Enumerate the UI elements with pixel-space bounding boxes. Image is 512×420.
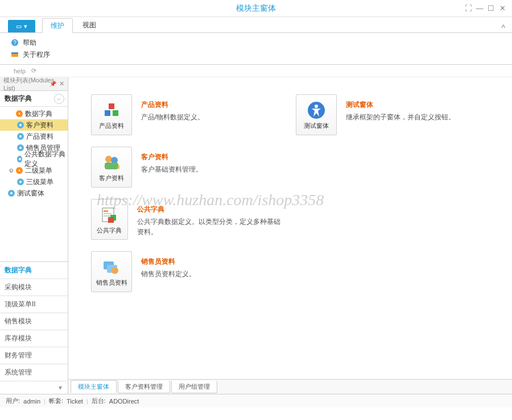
maximize-icon[interactable]: ☐ xyxy=(486,3,496,14)
tile: 测试窗体测试窗体继承框架的子窗体，并自定义按钮。 xyxy=(296,94,489,135)
tree-node[interactable]: 产品资料 xyxy=(0,131,68,142)
svg-rect-4 xyxy=(105,110,110,116)
svg-point-9 xyxy=(105,156,112,163)
tile xyxy=(296,199,489,240)
tiles: 产品资料产品资料产品/物料数据定义。测试窗体测试窗体继承框架的子窗体，并自定义按… xyxy=(91,94,489,292)
category-item[interactable]: 采购模块 xyxy=(0,279,68,296)
tree: 数据字典客户资料产品资料销售员管理公共数据字典定义⊙二级菜单三级菜单测试窗体 xyxy=(0,107,68,261)
tile-button-sales[interactable]: 销售员资料 xyxy=(91,251,132,292)
main-area: 产品资料产品资料产品/物料数据定义。测试窗体测试窗体继承框架的子窗体，并自定义按… xyxy=(68,77,512,394)
doc-tab[interactable]: 模块主窗体 xyxy=(71,380,117,393)
tile: 产品资料产品资料产品/物料数据定义。 xyxy=(91,94,284,135)
about-label: 关于程序 xyxy=(23,50,50,60)
quick-help-label[interactable]: help xyxy=(14,68,26,74)
tile-button-dict[interactable]: 公共字典 xyxy=(91,199,128,240)
svg-rect-14 xyxy=(104,210,108,212)
close-icon[interactable]: ✕ xyxy=(497,3,507,14)
tile: 公共字典公共字典公共字典数据定义。以类型分类，定义多种基础资料。 xyxy=(91,199,284,240)
svg-rect-16 xyxy=(104,215,112,217)
content: 产品资料产品资料产品/物料数据定义。测试窗体测试窗体继承框架的子窗体，并自定义按… xyxy=(68,77,512,379)
tile-desc: 继承框架的子窗体，并自定义按钮。 xyxy=(346,112,455,122)
tile: 销售员资料销售员资料销售员资料定义。 xyxy=(91,251,284,292)
dict-icon xyxy=(99,205,119,225)
folder-icon xyxy=(16,167,23,174)
expand-icon[interactable]: ⊙ xyxy=(8,167,15,174)
document-tabs: 模块主窗体客户资料管理用户组管理 xyxy=(68,379,512,394)
category-item[interactable]: 顶级菜单II xyxy=(0,296,68,313)
restore-icon[interactable]: ⛶ xyxy=(463,3,473,14)
minimize-icon[interactable]: — xyxy=(474,3,485,14)
status-account-label: 帐套: xyxy=(49,397,63,405)
svg-rect-3 xyxy=(11,52,18,54)
status-account-value: Ticket xyxy=(67,398,83,405)
tile-button-accessibility[interactable]: 测试窗体 xyxy=(296,94,337,135)
tile-button-label: 公共字典 xyxy=(97,226,122,235)
tree-label: 测试窗体 xyxy=(17,189,44,198)
tree-node[interactable]: 数据字典 xyxy=(0,108,68,119)
tile-button-label: 销售员资料 xyxy=(96,278,127,287)
category-item[interactable]: 财务管理 xyxy=(0,347,68,364)
sidebar-close-icon[interactable]: ✕ xyxy=(59,80,64,88)
tile xyxy=(296,147,489,188)
tree-label: 产品资料 xyxy=(26,132,53,142)
pin-icon[interactable]: 📌 xyxy=(49,81,56,87)
tile-button-cubes[interactable]: 产品资料 xyxy=(91,94,132,135)
item-icon xyxy=(17,144,24,151)
ribbon-tab-view[interactable]: 视图 xyxy=(74,18,105,32)
status-backend-label: 后台: xyxy=(92,397,106,405)
status-backend-value: ADODirect xyxy=(109,398,139,405)
svg-rect-15 xyxy=(104,213,112,214)
item-icon xyxy=(8,190,15,197)
tile-text: 销售员资料销售员资料定义。 xyxy=(141,251,196,279)
tile-desc: 销售员资料定义。 xyxy=(141,269,196,279)
tree-node[interactable]: 公共数据字典定义 xyxy=(0,153,68,165)
ribbon-tabs: ▭ ▾ 维护 视图 ^ xyxy=(0,17,512,33)
tile: 客户资料客户资料客户基础资料管理。 xyxy=(91,147,284,188)
tree-node[interactable]: 测试窗体 xyxy=(0,188,68,199)
workspace: 模块列表(Modules List) 📌 ✕ 数据字典 ← 数据字典客户资料产品… xyxy=(0,77,512,394)
item-icon xyxy=(17,156,22,163)
tile-button-users[interactable]: 客户资料 xyxy=(91,147,132,188)
category-header: 数据字典 ← xyxy=(0,91,68,107)
refresh-icon[interactable]: ⟳ xyxy=(31,67,36,74)
tree-label: 二级菜单 xyxy=(25,166,52,176)
folder-icon xyxy=(16,110,23,117)
status-bar: 用户:admin | 帐套:Ticket | 后台:ADODirect xyxy=(0,394,512,407)
accessibility-icon xyxy=(306,100,327,120)
tree-node[interactable]: 客户资料 xyxy=(0,119,68,131)
tree-label: 三级菜单 xyxy=(26,177,53,187)
svg-rect-11 xyxy=(105,163,118,169)
expand-icon[interactable] xyxy=(8,110,15,117)
tile-title: 产品资料 xyxy=(141,100,204,110)
ribbon-tab-maintain[interactable]: 维护 xyxy=(42,18,73,33)
category-item[interactable]: 数据字典 xyxy=(0,262,68,279)
doc-tab[interactable]: 用户组管理 xyxy=(171,381,217,393)
app-menu-button[interactable]: ▭ ▾ xyxy=(8,20,35,32)
collapse-ribbon-icon[interactable]: ^ xyxy=(501,23,505,32)
tile-title: 公共字典 xyxy=(137,205,284,214)
svg-rect-6 xyxy=(109,103,114,109)
tile-text: 测试窗体继承框架的子窗体，并自定义按钮。 xyxy=(346,94,455,122)
tree-node[interactable]: 三级菜单 xyxy=(0,176,68,188)
back-icon[interactable]: ← xyxy=(54,94,64,104)
doc-tab[interactable]: 客户资料管理 xyxy=(118,381,170,393)
tile-button-label: 测试窗体 xyxy=(304,122,329,130)
ribbon-body: ? 帮助 关于程序 xyxy=(0,33,512,65)
cubes-icon xyxy=(101,100,122,120)
category-more[interactable]: ▾ xyxy=(0,381,68,394)
tile-text: 客户资料客户基础资料管理。 xyxy=(141,147,203,174)
tile-button-label: 产品资料 xyxy=(99,122,124,130)
tile-desc: 产品/物料数据定义。 xyxy=(141,112,204,122)
category-item[interactable]: 系统管理 xyxy=(0,364,68,381)
help-button[interactable]: ? 帮助 xyxy=(10,38,502,48)
about-icon xyxy=(10,50,19,59)
about-button[interactable]: 关于程序 xyxy=(10,50,502,60)
tile-text: 产品资料产品/物料数据定义。 xyxy=(141,94,204,122)
sidebar: 模块列表(Modules List) 📌 ✕ 数据字典 ← 数据字典客户资料产品… xyxy=(0,77,68,394)
category-item[interactable]: 库存模块 xyxy=(0,330,68,347)
category-item[interactable]: 销售模块 xyxy=(0,313,68,330)
item-icon xyxy=(17,122,24,128)
tile-desc: 公共字典数据定义。以类型分类，定义多种基础资料。 xyxy=(137,217,284,237)
help-icon: ? xyxy=(10,38,19,47)
tile-title: 销售员资料 xyxy=(141,257,196,267)
